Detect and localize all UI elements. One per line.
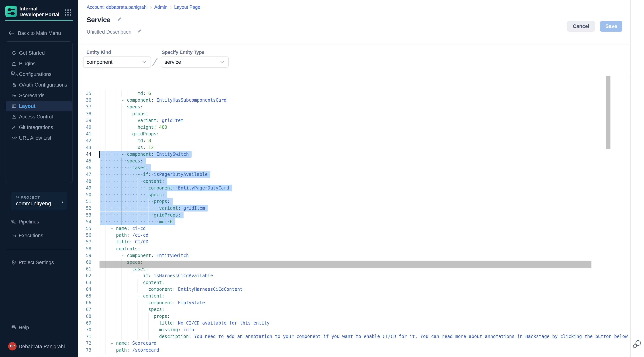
line-number: 55 [78, 225, 91, 232]
sidebar-item-layout[interactable]: Layout [6, 101, 72, 111]
code-line[interactable]: 48················content: [78, 178, 630, 185]
pipelines-icon [8, 219, 19, 225]
code-line[interactable]: 46············cases: [78, 164, 630, 171]
code-line[interactable]: 43 xs: 12 [78, 144, 630, 151]
sidebar-item-git-integrations[interactable]: Git Integrations [6, 123, 72, 132]
indent-guide [138, 205, 138, 212]
code-line[interactable]: 49··················component:·EntityPag… [78, 185, 630, 192]
code-line[interactable]: 40 height: 400 [78, 124, 630, 131]
code-line[interactable]: 41 gridProps: [78, 131, 630, 137]
sidebar-item-url-allow-list[interactable]: URL Allow List [6, 133, 72, 143]
project-selector[interactable]: PROJECT communityeng › [11, 192, 67, 210]
indent-guide [122, 218, 122, 225]
indent-guide [116, 90, 116, 97]
sidebar-item-get-started[interactable]: Get Started [6, 48, 72, 58]
idp-logo[interactable] [6, 6, 17, 17]
cancel-button[interactable]: Cancel [567, 21, 595, 32]
back-to-main-menu[interactable]: Back to Main Menu [8, 30, 61, 37]
page-title: Service [87, 16, 110, 24]
text-cursor [99, 151, 100, 158]
line-number: 54 [78, 218, 91, 225]
code-line[interactable]: 38 props: [78, 110, 630, 117]
indent-guide [116, 313, 116, 320]
indent-guide [138, 326, 138, 333]
code-line[interactable]: 71 description: You need to add an annot… [78, 333, 630, 340]
sidebar-item-configurations[interactable]: ⚙⚙ Configurations [6, 69, 72, 79]
indent-guide [122, 293, 122, 299]
code-line[interactable]: 42 md: 8 [78, 137, 630, 144]
user-avatar[interactable]: DP [8, 342, 16, 350]
user-name[interactable]: Debabrata Panigrahi [19, 344, 65, 349]
breadcrumb-account-link[interactable]: Account: debabrata.panigrahi [87, 5, 148, 10]
code-line[interactable]: 47··············-·if:·isPagerDutyAvailab… [78, 171, 630, 178]
code-line[interactable]: 58 contents: [78, 245, 630, 252]
svg-text:?: ? [13, 326, 14, 328]
code-line[interactable]: 52······················variant:·gridIte… [78, 205, 630, 212]
indent-guide [116, 191, 116, 198]
indent-guide [116, 171, 116, 178]
line-number: 57 [78, 239, 91, 245]
save-button[interactable]: Save [600, 21, 622, 32]
code-line[interactable]: 63 content: [78, 279, 630, 286]
indent-guide [105, 293, 106, 299]
code-line[interactable]: 67 specs: [78, 306, 630, 313]
code-line[interactable]: 53····················gridProps: [78, 212, 630, 219]
sidebar-item-pipelines[interactable]: Pipelines [5, 217, 73, 227]
code-line[interactable]: 51····················props: [78, 198, 630, 205]
code-text: ··············-·if:·isPagerDutyAvailable [100, 171, 210, 178]
code-line[interactable]: 73 path: /scorecard [78, 347, 630, 354]
breadcrumb-admin-link[interactable]: Admin [154, 5, 168, 10]
yaml-code-editor[interactable]: 35 md: 636 - component: EntityHasSubcomp… [78, 86, 630, 357]
sidebar-item-plugins[interactable]: Plugins [6, 59, 72, 69]
editor-horizontal-scrollbar[interactable] [100, 261, 592, 268]
code-line[interactable]: 69 title: No CI/CD available for this en… [78, 320, 630, 326]
code-line[interactable]: 62 - if: isHarnessCiCdAvailable [78, 272, 630, 279]
entity-kind-select[interactable]: component [83, 57, 151, 68]
code-line[interactable]: 39 variant: gridItem [78, 117, 630, 124]
code-line[interactable]: 54······················md:·6 [78, 218, 630, 225]
editor-vertical-scrollbar[interactable] [606, 76, 610, 149]
chevron-down-icon [142, 61, 146, 63]
indent-guide [154, 326, 154, 333]
sidebar-item-executions[interactable]: Executions [5, 230, 73, 241]
code-line[interactable]: 65 - content: [78, 293, 630, 299]
sidebar-item-project-settings[interactable]: ⚙ Project Settings [5, 257, 73, 268]
code-line[interactable]: 68 props: [78, 313, 630, 320]
code-line[interactable]: 64 component: EntityHarnessCiCdContent [78, 286, 630, 293]
code-line[interactable]: 56 path: /ci-cd [78, 232, 630, 239]
code-line[interactable]: 72 - name: Scorecard [78, 340, 630, 347]
edit-description-pencil-icon[interactable] [137, 29, 142, 34]
executions-icon [8, 233, 19, 238]
code-text: - name: ci-cd [100, 225, 146, 232]
sidebar-item-help[interactable]: ? Help [5, 322, 73, 333]
indent-guide [116, 144, 116, 151]
line-number: 39 [78, 117, 91, 124]
breadcrumb-layout-page-link[interactable]: Layout Page [174, 5, 200, 10]
code-line[interactable]: 59 - component: EntitySwitch [78, 252, 630, 259]
code-line[interactable]: 55 - name: ci-cd [78, 225, 630, 232]
code-line[interactable]: 44········-·component:·EntitySwitch [78, 151, 630, 158]
app-window: Internal Developer Portal Back to Main M… [0, 0, 644, 357]
support-chat-icon[interactable] [632, 339, 642, 350]
code-line[interactable]: 45··········specs: [78, 158, 630, 165]
line-number: 68 [78, 313, 91, 320]
sidebar-item-oauth-configurations[interactable]: OAuth Configurations [6, 80, 72, 90]
code-line[interactable]: 36 - component: EntityHasSubcomponentsCa… [78, 97, 630, 104]
line-number: 38 [78, 110, 91, 117]
sidebar-item-access-control[interactable]: Access Control [6, 112, 72, 122]
code-text: variant: gridItem [100, 117, 183, 124]
sidebar-item-scorecards[interactable]: Scorecards [6, 91, 72, 100]
code-line[interactable]: 57 title: CI/CD [78, 239, 630, 245]
code-line[interactable]: 35 md: 6 [78, 90, 630, 97]
entity-type-select[interactable]: service [161, 57, 229, 68]
code-line[interactable]: 50··················specs: [78, 191, 630, 198]
indent-guide [132, 205, 132, 212]
code-line[interactable]: 37 specs: [78, 104, 630, 110]
code-text: title: No CI/CD available for this entit… [100, 320, 270, 326]
edit-title-pencil-icon[interactable] [116, 17, 122, 22]
code-line[interactable]: 66 component: EmptyState [78, 299, 630, 306]
code-text: path: /scorecard [100, 347, 159, 353]
code-line[interactable]: 70 missing: info [78, 326, 630, 333]
indent-guide [105, 137, 106, 144]
app-switcher-icon[interactable] [64, 9, 72, 17]
